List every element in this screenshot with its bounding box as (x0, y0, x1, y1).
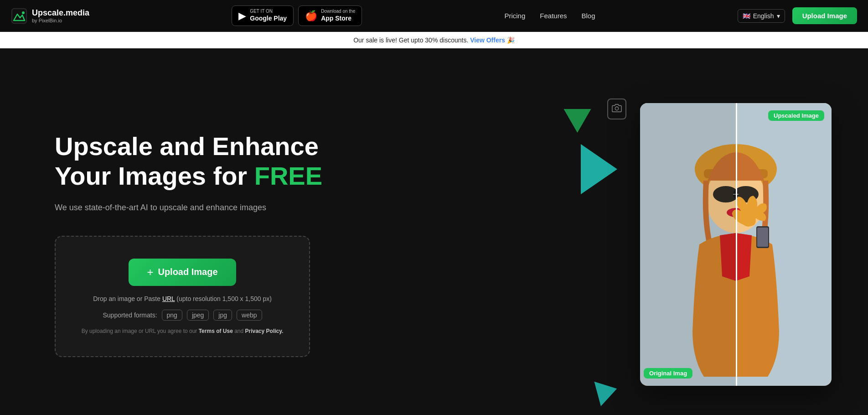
announcement-text: Our sale is live! Get upto 30% discounts… (353, 36, 468, 44)
brand-logo[interactable]: Upscale.media by PixelBin.io (11, 8, 89, 24)
deco-triangle-bottom (594, 376, 620, 406)
upload-image-button[interactable]: + Upload Image (129, 259, 236, 286)
privacy-policy-link[interactable]: Privacy Policy. (245, 328, 284, 334)
language-selector[interactable]: 🇬🇧 English ▾ (738, 9, 785, 23)
deco-triangle-top-right (563, 97, 598, 133)
lang-label: English (753, 12, 774, 20)
nav-link-pricing[interactable]: Pricing (504, 12, 525, 20)
announcement-bar: Our sale is live! Get upto 30% discounts… (0, 32, 868, 48)
google-play-text: GET IT ON Google Play (250, 9, 287, 22)
deco-triangle-mid-right (581, 144, 617, 194)
camera-icon (612, 103, 622, 113)
apple-icon: 🍎 (305, 10, 317, 22)
google-play-button[interactable]: ▶ GET IT ON Google Play (232, 5, 294, 26)
terms-of-use-link[interactable]: Terms of Use (199, 328, 233, 334)
image-comparison-widget: Upscaled Image Original Imag (640, 103, 832, 386)
svg-point-1 (22, 11, 25, 14)
hero-subtitle: We use state-of-the-art AI to upscale an… (55, 202, 322, 214)
original-image-overlay (640, 103, 736, 386)
terms-text: By uploading an image or URL you agree t… (70, 328, 294, 334)
format-jpg: jpg (213, 310, 232, 321)
navbar: Upscale.media by PixelBin.io ▶ GET IT ON… (0, 0, 868, 32)
hero-title-line1: Upscale and Enhance (55, 132, 319, 161)
flag-icon: 🇬🇧 (743, 12, 750, 20)
camera-icon-wrap (607, 99, 626, 119)
format-jpeg: jpeg (187, 310, 209, 321)
announcement-link[interactable]: View Offers 🎉 (470, 36, 515, 44)
upscaled-label-badge: Upscaled Image (768, 110, 824, 121)
google-play-icon: ▶ (238, 10, 246, 22)
hero-title: Upscale and Enhance Your Images for FREE (55, 132, 322, 191)
format-png: png (162, 310, 182, 321)
nav-upload-button[interactable]: Upload Image (792, 7, 857, 24)
hero-section: Upscale and Enhance Your Images for FREE… (0, 48, 868, 415)
store-buttons: ▶ GET IT ON Google Play 🍎 Download on th… (232, 5, 362, 26)
logo-icon (11, 8, 27, 24)
app-store-text: Download on the App Store (321, 9, 355, 22)
format-webp: webp (237, 310, 262, 321)
plus-icon: + (147, 266, 153, 279)
formats-row: Supported formats: png jpeg jpg webp (70, 310, 294, 321)
hero-title-free: FREE (254, 161, 322, 190)
upload-hint-after: (upto resolution 1,500 x 1,500 px) (175, 295, 271, 302)
upload-hint: Drop an image or Paste URL (upto resolut… (70, 295, 294, 302)
nav-links: Pricing Features Blog (504, 12, 595, 20)
svg-point-3 (615, 107, 618, 110)
nav-right: 🇬🇧 English ▾ Upload Image (738, 7, 857, 24)
formats-label: Supported formats: (103, 311, 157, 319)
upload-box: + Upload Image Drop an image or Paste UR… (55, 236, 310, 357)
svg-rect-13 (757, 228, 768, 247)
hero-left: Upscale and Enhance Your Images for FREE… (55, 132, 322, 357)
nav-link-blog[interactable]: Blog (581, 12, 595, 20)
hero-title-line2: Your Images for (55, 161, 254, 190)
terms-prefix: By uploading an image or URL you agree t… (82, 328, 199, 334)
upload-hint-before: Drop an image or Paste (93, 295, 162, 302)
app-store-button[interactable]: 🍎 Download on the App Store (298, 5, 362, 26)
comparison-divider[interactable] (736, 103, 737, 386)
url-link[interactable]: URL (162, 295, 175, 302)
upload-btn-label: Upload Image (158, 267, 217, 277)
original-label-badge: Original Imag (644, 368, 692, 379)
chevron-down-icon: ▾ (777, 12, 780, 20)
logo-sub-text: by PixelBin.io (32, 18, 89, 23)
nav-link-features[interactable]: Features (540, 12, 567, 20)
terms-and: and (233, 328, 245, 334)
logo-text: Upscale.media by PixelBin.io (32, 8, 89, 24)
logo-brand-name: Upscale.media (32, 8, 89, 18)
